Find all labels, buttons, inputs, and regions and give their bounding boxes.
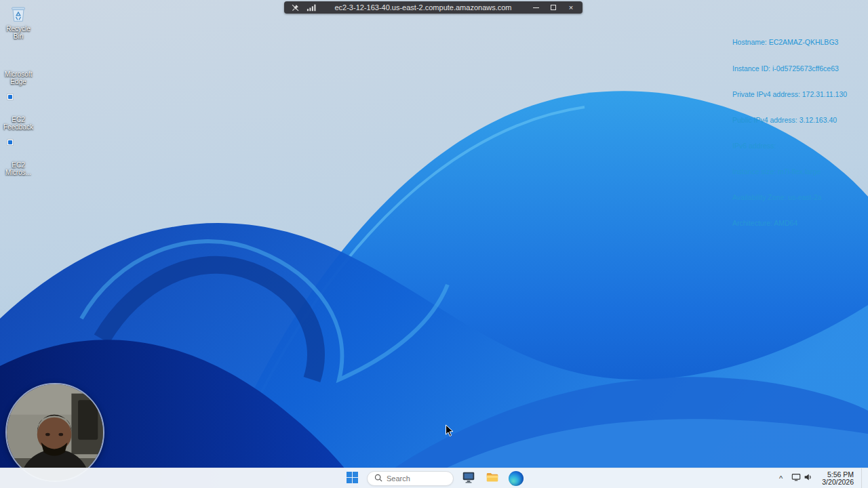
recycle-bin-icon: [8, 3, 28, 24]
show-desktop-button[interactable]: [861, 468, 865, 488]
taskbar-tray-group: ^ 5:56 PM 3/20/2026: [777, 468, 865, 488]
tray-date: 3/20/2026: [822, 479, 854, 487]
tray-volume-icon: [803, 472, 812, 485]
tray-clock[interactable]: 5:56 PM 3/20/2026: [819, 470, 856, 488]
taskbar-app-monitor[interactable]: [460, 470, 477, 487]
taskbar-app-edge[interactable]: [507, 470, 525, 487]
desktop-icon-label: Recycle Bin: [1, 25, 36, 40]
info-instance-size: Instance size: m7i-flex.large: [732, 167, 847, 176]
info-public-ipv4: Public IPv4 address: 3.12.163.40: [732, 116, 847, 125]
taskbar-center-group: [343, 468, 525, 488]
desktop-icon-recycle-bin[interactable]: Recycle Bin: [0, 3, 37, 40]
info-hostname: Hostname: EC2AMAZ-QKHLBG3: [732, 38, 847, 47]
desktop-icon-column: Recycle Bin Microsoft Edge EC2 Feedback …: [0, 3, 37, 176]
taskbar: ^ 5:56 PM 3/20/2026: [0, 468, 868, 488]
rdp-restore-button[interactable]: [545, 2, 562, 13]
desktop-icon-ec2-microsoft[interactable]: EC2 Micros...: [0, 140, 37, 176]
tray-status-icons[interactable]: [789, 471, 814, 486]
shortcut-badge-icon: [7, 94, 14, 100]
rdp-minimize-button[interactable]: [527, 2, 545, 13]
rdp-close-button[interactable]: ×: [562, 2, 580, 13]
edge-shortcut-icon: [8, 140, 28, 160]
edge-browser-icon: [509, 471, 524, 486]
rdp-host-title: ec2-3-12-163-40.us-east-2.compute.amazon…: [319, 3, 527, 12]
windows-logo-icon: [347, 472, 358, 486]
start-button[interactable]: [343, 470, 361, 487]
rdp-connection-bar: ec2-3-12-163-40.us-east-2.compute.amazon…: [284, 1, 583, 14]
search-input[interactable]: [387, 474, 445, 483]
tray-chevron-up-icon[interactable]: ^: [777, 474, 785, 483]
desktop-icon-label: EC2 Micros...: [1, 161, 36, 176]
edge-icon: [8, 49, 28, 69]
tray-monitor-icon: [791, 472, 801, 485]
taskbar-search[interactable]: [367, 471, 454, 486]
search-icon: [374, 472, 382, 485]
mouse-cursor: [445, 424, 454, 438]
info-architecture: Architecture: AMD64: [732, 219, 847, 228]
edge-shortcut-icon: [8, 94, 28, 115]
pin-slash-icon[interactable]: [289, 3, 301, 12]
taskbar-app-file-explorer[interactable]: [484, 470, 501, 487]
desktop-icon-ec2-feedback[interactable]: EC2 Feedback: [0, 94, 37, 131]
desktop-icon-label: EC2 Feedback: [1, 116, 36, 131]
info-private-ipv4: Private IPv4 address: 172.31.11.130: [732, 90, 847, 99]
desktop-icon-label: Microsoft Edge: [1, 70, 36, 85]
shortcut-badge-icon: [7, 139, 14, 146]
connection-signal-icon[interactable]: [305, 3, 317, 12]
instance-info-overlay: Hostname: EC2AMAZ-QKHLBG3 Instance ID: i…: [732, 21, 847, 237]
desktop-icon-microsoft-edge[interactable]: Microsoft Edge: [0, 49, 37, 85]
info-instance-id: Instance ID: i-0d5725673cff6ce63: [732, 64, 847, 73]
info-availability-zone: Availability Zone: us-east-2a: [732, 193, 847, 202]
info-ipv6: IPv6 address:: [732, 142, 847, 150]
monitor-app-icon: [461, 470, 476, 487]
folder-icon: [485, 470, 500, 487]
